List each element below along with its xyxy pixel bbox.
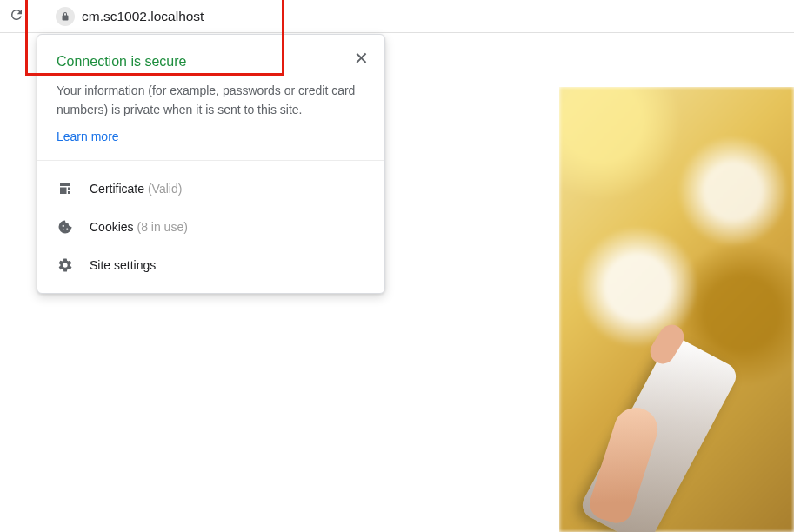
reload-icon xyxy=(9,7,24,26)
certificate-item[interactable]: Certificate (Valid) xyxy=(37,170,384,208)
site-settings-item[interactable]: Site settings xyxy=(37,246,384,284)
cookies-status: (8 in use) xyxy=(137,220,187,234)
gear-icon xyxy=(57,256,74,274)
certificate-icon xyxy=(57,180,74,197)
cookies-label: Cookies (8 in use) xyxy=(90,220,188,234)
connection-title: Connection is secure xyxy=(57,54,365,70)
connection-description: Your information (for example, passwords… xyxy=(57,82,365,119)
certificate-label-text: Certificate xyxy=(90,182,148,196)
lock-icon xyxy=(56,7,75,26)
cookies-label-text: Cookies xyxy=(90,220,137,234)
learn-more-link[interactable]: Learn more xyxy=(57,130,119,143)
address-bar: cm.sc1002.localhost xyxy=(0,0,794,33)
site-info-button[interactable]: cm.sc1002.localhost xyxy=(56,7,204,26)
close-button[interactable]: ✕ xyxy=(350,47,372,70)
reload-button[interactable] xyxy=(3,3,30,30)
close-icon: ✕ xyxy=(354,50,369,67)
site-info-popover: ✕ Connection is secure Your information … xyxy=(37,34,385,294)
certificate-status: (Valid) xyxy=(148,182,182,196)
hero-image xyxy=(559,87,794,532)
url-text[interactable]: cm.sc1002.localhost xyxy=(82,9,204,24)
cookie-icon xyxy=(57,218,74,236)
cookies-item[interactable]: Cookies (8 in use) xyxy=(37,208,384,246)
site-settings-label: Site settings xyxy=(90,258,156,272)
popover-list: Certificate (Valid) Cookies (8 in use) S… xyxy=(37,161,384,293)
certificate-label: Certificate (Valid) xyxy=(90,182,182,196)
popover-header: ✕ Connection is secure Your information … xyxy=(37,35,384,160)
